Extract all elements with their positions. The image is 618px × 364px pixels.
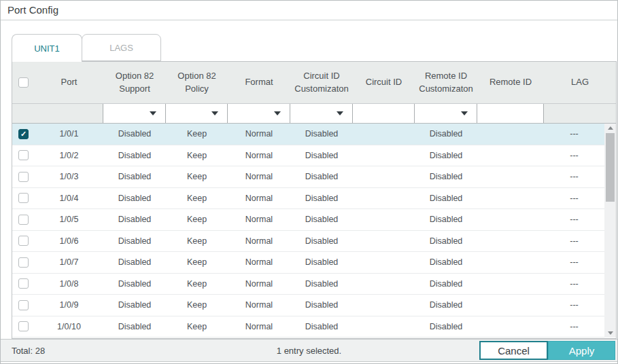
tab-lags[interactable]: LAGS [82, 34, 161, 61]
cell-circuit-id [353, 274, 415, 295]
table-row[interactable]: 1/0/1 Disabled Keep Normal Disabled Disa… [12, 124, 604, 145]
column-header-circuit-id-customization: Circuit ID Customizaton [290, 62, 353, 103]
cell-circuit-id [353, 124, 415, 145]
cell-option82-policy: Keep [166, 166, 228, 187]
chevron-down-icon [461, 111, 468, 115]
cell-lag: --- [544, 295, 604, 316]
row-checkbox[interactable] [18, 300, 29, 310]
row-checkbox[interactable] [18, 215, 29, 225]
row-select-cell [12, 124, 35, 145]
tab-unit1[interactable]: UNIT1 [12, 34, 82, 62]
cell-port: 1/0/1 [35, 124, 103, 145]
row-select-cell [12, 145, 35, 166]
row-select-cell [12, 231, 35, 252]
row-checkbox[interactable] [18, 257, 29, 268]
table-row[interactable]: 1/0/3 Disabled Keep Normal Disabled Disa… [12, 166, 604, 188]
cell-remote-id-customization: Disabled [415, 295, 477, 316]
cell-remote-id [477, 188, 544, 209]
cell-circuit-id-customization: Disabled [290, 231, 353, 252]
column-header-circuit-id: Circuit ID [353, 62, 415, 103]
row-select-cell [12, 209, 35, 230]
filter-format-dropdown[interactable] [228, 104, 290, 123]
remote-id-filter-input[interactable] [477, 104, 543, 123]
tab-bar: UNIT1 LAGS [12, 34, 161, 62]
row-checkbox[interactable] [18, 172, 29, 182]
row-checkbox[interactable] [18, 321, 29, 331]
port-config-table: Port Option 82 Support Option 82 Policy … [12, 61, 617, 339]
chevron-down-icon [211, 111, 218, 115]
cell-remote-id-customization: Disabled [415, 209, 477, 230]
cancel-button[interactable]: Cancel [479, 341, 548, 360]
cell-remote-id [477, 166, 544, 187]
arrow-up-icon [608, 126, 613, 130]
cell-option82-support: Disabled [103, 231, 166, 252]
cell-option82-policy: Keep [166, 231, 228, 252]
row-select-cell [12, 274, 35, 295]
cell-remote-id [477, 252, 544, 273]
cell-option82-support: Disabled [103, 188, 166, 209]
cell-circuit-id-customization: Disabled [290, 188, 353, 209]
cell-format: Normal [228, 295, 290, 316]
table-row[interactable]: 1/0/2 Disabled Keep Normal Disabled Disa… [12, 145, 604, 167]
cell-lag: --- [544, 209, 604, 230]
row-select-cell [12, 316, 35, 338]
table-row[interactable]: 1/0/4 Disabled Keep Normal Disabled Disa… [12, 188, 604, 210]
column-header-select [12, 62, 35, 103]
cell-circuit-id-customization: Disabled [290, 166, 353, 187]
scrollbar-thumb[interactable] [606, 133, 615, 202]
cell-option82-policy: Keep [166, 188, 228, 209]
row-select-cell [12, 252, 35, 273]
cell-option82-support: Disabled [103, 166, 166, 187]
cell-format: Normal [228, 166, 290, 187]
row-checkbox[interactable] [18, 150, 29, 160]
cell-remote-id [477, 231, 544, 252]
cell-lag: --- [544, 252, 604, 273]
cell-format: Normal [228, 209, 290, 230]
apply-button[interactable]: Apply [548, 341, 615, 360]
filter-option82-support-dropdown[interactable] [103, 104, 166, 123]
row-checkbox[interactable] [18, 278, 29, 289]
cell-remote-id-customization: Disabled [415, 274, 477, 295]
row-checkbox[interactable] [18, 129, 29, 139]
cell-option82-policy: Keep [166, 295, 228, 316]
cell-circuit-id [353, 316, 415, 338]
scroll-up-button[interactable] [604, 124, 616, 132]
filter-remote-id-customization-dropdown[interactable] [415, 104, 477, 123]
select-all-checkbox[interactable] [18, 77, 29, 88]
chevron-down-icon [337, 111, 343, 115]
row-checkbox[interactable] [18, 236, 29, 246]
cell-circuit-id-customization: Disabled [290, 209, 353, 230]
table-row[interactable]: 1/0/6 Disabled Keep Normal Disabled Disa… [12, 231, 604, 253]
footer-bar: Total: 28 1 entry selected. Cancel Apply [1, 339, 617, 362]
cell-lag: --- [544, 188, 604, 209]
table-row[interactable]: 1/0/10 Disabled Keep Normal Disabled Dis… [12, 316, 604, 338]
cell-remote-id-customization: Disabled [415, 231, 477, 252]
cell-option82-support: Disabled [103, 295, 166, 316]
cell-circuit-id-customization: Disabled [290, 316, 353, 338]
arrow-down-icon [608, 331, 613, 335]
cell-remote-id-customization: Disabled [415, 252, 477, 273]
cell-circuit-id [353, 209, 415, 230]
cell-format: Normal [228, 145, 290, 166]
row-checkbox[interactable] [18, 193, 29, 203]
vertical-scrollbar[interactable] [604, 124, 616, 338]
column-header-remote-id-customization: Remote ID Customizaton [415, 62, 477, 103]
cell-port: 1/0/6 [35, 231, 103, 252]
cell-port: 1/0/9 [35, 295, 103, 316]
table-row[interactable]: 1/0/8 Disabled Keep Normal Disabled Disa… [12, 274, 604, 295]
cell-port: 1/0/5 [35, 209, 103, 230]
filter-circuit-id-customization-dropdown[interactable] [290, 104, 353, 123]
scroll-down-button[interactable] [604, 329, 616, 338]
circuit-id-filter-input[interactable] [353, 104, 414, 123]
table-row[interactable]: 1/0/5 Disabled Keep Normal Disabled Disa… [12, 209, 604, 231]
cell-remote-id-customization: Disabled [415, 124, 477, 145]
filter-option82-policy-dropdown[interactable] [166, 104, 228, 123]
filter-cell-port [12, 104, 103, 123]
column-header-lag: LAG [544, 62, 616, 103]
table-row[interactable]: 1/0/9 Disabled Keep Normal Disabled Disa… [12, 295, 604, 316]
cell-lag: --- [544, 231, 604, 252]
title-divider [1, 20, 617, 20]
table-body: 1/0/1 Disabled Keep Normal Disabled Disa… [12, 124, 616, 338]
table-row[interactable]: 1/0/7 Disabled Keep Normal Disabled Disa… [12, 252, 604, 274]
row-select-cell [12, 166, 35, 187]
